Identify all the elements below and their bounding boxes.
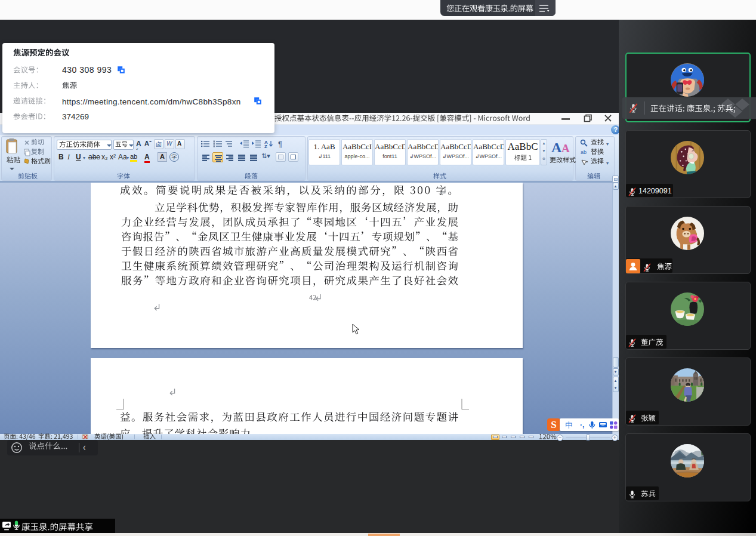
svg-text:A: A xyxy=(551,140,562,155)
svg-text:·,: ·, xyxy=(580,421,584,429)
svg-text:A: A xyxy=(561,142,570,155)
svg-text:Z: Z xyxy=(264,144,267,149)
svg-text:ab: ab xyxy=(581,149,587,155)
svg-text:¶: ¶ xyxy=(278,140,282,149)
